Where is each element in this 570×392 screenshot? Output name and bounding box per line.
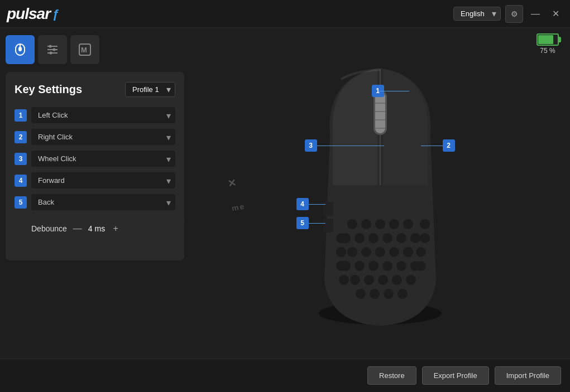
svg-point-21: [396, 233, 406, 243]
svg-point-34: [350, 275, 360, 285]
restore-button[interactable]: Restore: [367, 366, 416, 385]
badge-3: 3: [305, 139, 317, 152]
key-settings-panel: Key Settings Profile 1 Profile 2 Profile…: [6, 72, 184, 260]
logo-bolt: ƒ: [52, 7, 59, 21]
svg-point-37: [392, 275, 402, 285]
svg-point-32: [396, 261, 406, 271]
svg-point-20: [382, 233, 392, 243]
mouse-area: 1 2 3 4 5: [190, 33, 570, 347]
language-select[interactable]: English 中文 日本語 한국어: [453, 7, 501, 21]
svg-point-31: [382, 261, 392, 271]
svg-point-29: [355, 261, 365, 271]
key-row-1: 1 Left ClickRight ClickMiddle ClickDisab…: [15, 107, 175, 123]
svg-point-16: [403, 219, 413, 229]
svg-point-23: [347, 247, 357, 257]
svg-point-19: [368, 233, 379, 243]
badge-3-line: [317, 146, 384, 146]
svg-rect-2: [18, 47, 22, 51]
svg-point-39: [356, 289, 366, 299]
mouse-container: 1 2 3 4 5: [263, 46, 497, 336]
badge-2-line: [421, 146, 443, 146]
bottom-bar: Restore Export Profile Import Profile: [0, 359, 570, 392]
key-num-2: 2: [15, 131, 27, 143]
svg-point-8: [50, 52, 52, 55]
key-dropdown-wrapper-3: Left ClickRight ClickWheel ClickDisabled: [31, 151, 175, 167]
svg-point-50: [339, 275, 349, 285]
badge-4-line: [309, 204, 325, 205]
svg-point-35: [364, 275, 374, 285]
svg-rect-59: [323, 219, 333, 233]
key-num-1: 1: [15, 109, 27, 122]
key-dropdown-wrapper-4: Left ClickRight ClickForwardDisabled: [31, 172, 175, 188]
tab-macro[interactable]: M: [70, 35, 99, 64]
svg-point-47: [336, 233, 346, 243]
svg-point-44: [420, 233, 430, 243]
minimize-button[interactable]: —: [528, 6, 543, 22]
svg-point-38: [406, 275, 416, 285]
svg-point-41: [384, 289, 394, 299]
key-row-3: 3 Left ClickRight ClickWheel ClickDisabl…: [15, 151, 175, 167]
svg-point-13: [361, 219, 371, 229]
svg-rect-53: [375, 92, 385, 133]
svg-point-48: [336, 247, 346, 257]
key-num-5: 5: [15, 196, 27, 209]
badge-5: 5: [296, 217, 309, 229]
svg-point-45: [416, 247, 426, 257]
key-dropdown-wrapper-1: Left ClickRight ClickMiddle ClickDisable…: [31, 107, 175, 123]
tab-row: M: [6, 35, 184, 64]
key-dropdown-wrapper-2: Left ClickRight ClickMiddle ClickDisable…: [31, 129, 175, 145]
key-dropdown-wrapper-5: Left ClickRight ClickBackDisabled: [31, 194, 175, 210]
svg-point-14: [375, 219, 385, 229]
svg-point-22: [410, 233, 420, 243]
badge-4: 4: [296, 198, 309, 210]
left-panel: M Key Settings Profile 1 Profile 2 Profi…: [6, 31, 184, 376]
logo-text: pulsar: [7, 5, 50, 23]
debounce-label: Debounce: [31, 224, 67, 233]
debounce-plus-button[interactable]: +: [109, 222, 122, 235]
key-dropdown-5[interactable]: Left ClickRight ClickBackDisabled: [31, 194, 175, 210]
svg-point-25: [375, 247, 385, 257]
close-button[interactable]: ✕: [548, 6, 563, 22]
debounce-row: Debounce — 4 ms +: [23, 217, 184, 240]
profile-select-wrapper: Profile 1 Profile 2 Profile 3 Profile 4: [125, 82, 175, 97]
key-dropdown-3[interactable]: Left ClickRight ClickWheel ClickDisabled: [31, 151, 175, 167]
svg-point-7: [53, 49, 56, 51]
key-dropdown-4[interactable]: Left ClickRight ClickForwardDisabled: [31, 172, 175, 188]
svg-point-27: [403, 247, 413, 257]
import-profile-button[interactable]: Import Profile: [495, 366, 561, 385]
key-list: 1 Left ClickRight ClickMiddle ClickDisab…: [15, 107, 175, 210]
key-row-4: 4 Left ClickRight ClickForwardDisabled: [15, 172, 175, 188]
tab-settings[interactable]: [38, 35, 67, 64]
key-dropdown-2[interactable]: Left ClickRight ClickMiddle ClickDisable…: [31, 129, 175, 145]
export-profile-button[interactable]: Export Profile: [422, 366, 489, 385]
debounce-minus-button[interactable]: —: [71, 222, 84, 235]
key-settings-title: Key Settings: [15, 83, 82, 96]
key-num-4: 4: [15, 175, 27, 187]
tab-mouse[interactable]: [6, 35, 35, 64]
badge-1-line: [379, 91, 409, 91]
title-bar: pulsarƒ English 中文 日本語 한국어 ⚙ — ✕: [0, 0, 570, 28]
settings-button[interactable]: ⚙: [505, 5, 523, 23]
svg-point-43: [420, 219, 430, 229]
svg-text:M: M: [81, 46, 87, 54]
app-logo: pulsarƒ: [7, 5, 59, 23]
svg-point-24: [361, 247, 371, 257]
svg-point-42: [397, 289, 408, 299]
badge-5-line: [309, 223, 325, 224]
key-num-3: 3: [15, 153, 27, 165]
svg-point-49: [336, 261, 346, 271]
svg-point-30: [368, 261, 379, 271]
debounce-value: 4 ms: [88, 224, 105, 233]
svg-point-46: [416, 261, 426, 271]
key-dropdown-1[interactable]: Left ClickRight ClickMiddle ClickDisable…: [31, 107, 175, 123]
profile-select[interactable]: Profile 1 Profile 2 Profile 3 Profile 4: [125, 82, 175, 97]
title-bar-controls: English 中文 日本語 한국어 ⚙ — ✕: [453, 5, 563, 23]
key-row-2: 2 Left ClickRight ClickMiddle ClickDisab…: [15, 129, 175, 145]
language-selector-wrapper: English 中文 日本語 한국어: [453, 7, 501, 21]
svg-point-26: [389, 247, 399, 257]
key-settings-header: Key Settings Profile 1 Profile 2 Profile…: [15, 82, 175, 97]
svg-point-12: [347, 219, 357, 229]
badge-2: 2: [443, 139, 455, 152]
svg-point-40: [370, 289, 380, 299]
svg-point-18: [355, 233, 365, 243]
